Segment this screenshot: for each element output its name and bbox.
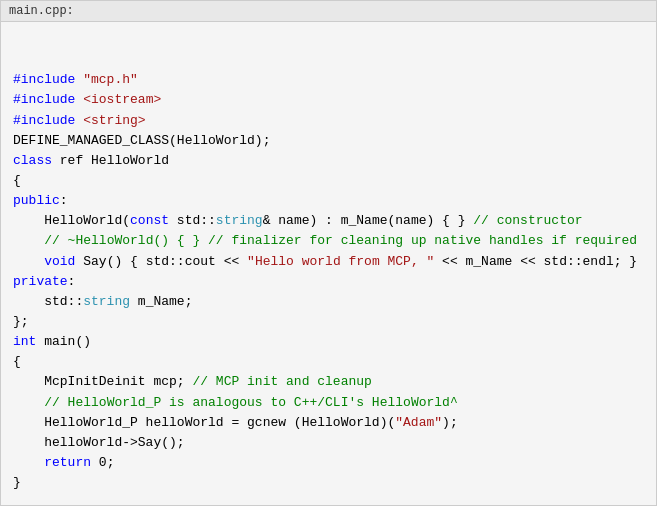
- code-window: main.cpp: #include "mcp.h"#include <iost…: [0, 0, 657, 506]
- code-token: {: [13, 354, 21, 369]
- code-token: ref: [52, 153, 91, 168]
- code-line: HelloWorld_P helloWorld = gcnew (HelloWo…: [13, 413, 644, 433]
- code-line: #include "mcp.h": [13, 70, 644, 90]
- code-line: McpInitDeinit mcp; // MCP init and clean…: [13, 372, 644, 392]
- code-token: public: [13, 193, 60, 208]
- code-line: #include <string>: [13, 111, 644, 131]
- code-token: [13, 254, 44, 269]
- code-token: void: [44, 254, 75, 269]
- code-token: :: [68, 274, 76, 289]
- code-line: {: [13, 352, 644, 372]
- code-line: #include <iostream>: [13, 90, 644, 110]
- code-line: // ~HelloWorld() { } // finalizer for cl…: [13, 231, 644, 251]
- code-line: return 0;: [13, 453, 644, 473]
- code-token: :: [60, 193, 68, 208]
- code-line: // HelloWorld_P is analogous to C++/CLI'…: [13, 393, 644, 413]
- code-token: };: [13, 314, 29, 329]
- code-token: // constructor: [473, 213, 582, 228]
- code-token: "Hello world from MCP, ": [247, 254, 434, 269]
- code-token: private: [13, 274, 68, 289]
- title-bar: main.cpp:: [1, 1, 656, 22]
- code-token: // ~HelloWorld() { } // finalizer for cl…: [44, 233, 637, 248]
- code-area: #include "mcp.h"#include <iostream>#incl…: [1, 22, 656, 501]
- code-token: #include: [13, 92, 83, 107]
- code-token: Say() { std::cout <<: [75, 254, 247, 269]
- code-token: string: [216, 213, 263, 228]
- code-token: <string>: [83, 113, 145, 128]
- code-line: {: [13, 171, 644, 191]
- code-token: class: [13, 153, 52, 168]
- code-token: main(): [36, 334, 91, 349]
- code-line: std::string m_Name;: [13, 292, 644, 312]
- code-token: // MCP init and cleanup: [192, 374, 371, 389]
- code-line: private:: [13, 272, 644, 292]
- code-token: #include: [13, 72, 83, 87]
- code-token: <iostream>: [83, 92, 161, 107]
- code-token: // HelloWorld_P is analogous to C++/CLI'…: [44, 395, 457, 410]
- code-token: );: [442, 415, 458, 430]
- code-line: int main(): [13, 332, 644, 352]
- file-title: main.cpp:: [9, 4, 74, 18]
- code-token: string: [83, 294, 130, 309]
- code-line: class ref HelloWorld: [13, 151, 644, 171]
- code-token: & name) : m_Name(name) { }: [263, 213, 474, 228]
- code-token: 0;: [91, 455, 114, 470]
- code-token: "Adam": [395, 415, 442, 430]
- code-token: std::: [169, 213, 216, 228]
- code-token: HelloWorld_P helloWorld = gcnew (HelloWo…: [13, 415, 395, 430]
- code-token: McpInitDeinit mcp;: [13, 374, 192, 389]
- code-line: DEFINE_MANAGED_CLASS(HelloWorld);: [13, 131, 644, 151]
- code-token: return: [44, 455, 91, 470]
- code-token: << m_Name << std::endl; }: [434, 254, 637, 269]
- code-token: std::: [13, 294, 83, 309]
- code-token: [13, 395, 44, 410]
- code-token: "mcp.h": [83, 72, 138, 87]
- code-line: HelloWorld(const std::string& name) : m_…: [13, 211, 644, 231]
- code-line: public:: [13, 191, 644, 211]
- code-token: DEFINE_MANAGED_CLASS(HelloWorld);: [13, 133, 270, 148]
- code-line: void Say() { std::cout << "Hello world f…: [13, 252, 644, 272]
- code-line: }: [13, 473, 644, 493]
- code-token: }: [13, 475, 21, 490]
- code-token: m_Name;: [130, 294, 192, 309]
- code-token: HelloWorld(: [13, 213, 130, 228]
- code-token: helloWorld->Say();: [13, 435, 185, 450]
- code-token: const: [130, 213, 169, 228]
- code-token: [13, 233, 44, 248]
- code-token: [13, 455, 44, 470]
- code-line: };: [13, 312, 644, 332]
- code-token: int: [13, 334, 36, 349]
- code-token: HelloWorld: [91, 153, 169, 168]
- code-token: #include: [13, 113, 83, 128]
- code-token: {: [13, 173, 21, 188]
- code-line: helloWorld->Say();: [13, 433, 644, 453]
